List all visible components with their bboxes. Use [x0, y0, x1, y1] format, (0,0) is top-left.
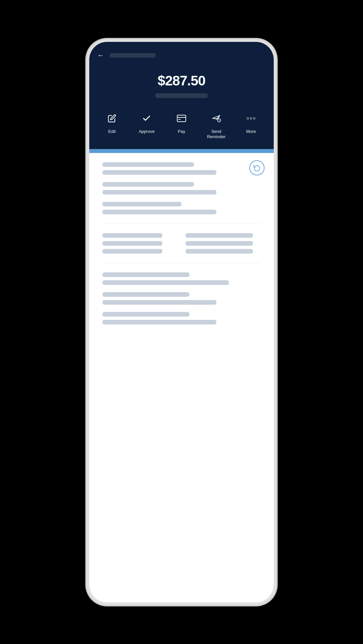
approve-action[interactable]: Approve [135, 111, 158, 140]
two-col-grid [102, 233, 261, 254]
send-reminder-label: Send Reminder [207, 129, 225, 140]
skeleton-line [102, 162, 194, 167]
pay-label: Pay [178, 129, 185, 135]
skeleton-line [102, 292, 189, 297]
amount-value: $287.50 [97, 73, 266, 89]
svg-rect-0 [177, 115, 186, 122]
pay-action[interactable]: Pay [170, 111, 193, 140]
section-3 [102, 263, 261, 324]
edit-action[interactable]: Edit [100, 111, 124, 140]
skeleton-line [102, 320, 216, 324]
skeleton-line [102, 280, 229, 285]
section-1 [102, 162, 261, 214]
skeleton-line [102, 249, 162, 254]
send-clock-icon [209, 111, 224, 126]
check-icon [139, 111, 154, 126]
skeleton-line [102, 272, 189, 277]
back-button[interactable]: ← [97, 51, 104, 60]
credit-card-icon [174, 111, 189, 126]
accent-bar [89, 149, 274, 153]
svg-point-4 [247, 117, 249, 119]
content-area [89, 153, 274, 347]
actions-bar: Edit Approve [89, 102, 274, 149]
header-title [110, 53, 156, 58]
amount-section: $287.50 [89, 65, 274, 102]
skeleton-line [102, 241, 162, 246]
skeleton-line [102, 312, 189, 317]
skeleton-line [102, 202, 182, 206]
svg-point-5 [250, 117, 252, 119]
edit-label: Edit [108, 129, 116, 135]
skeleton-line [185, 233, 253, 238]
header: ← $287.50 Edit [89, 42, 274, 149]
skeleton-line [102, 170, 216, 175]
skeleton-line [102, 210, 216, 214]
svg-point-6 [253, 117, 255, 119]
skeleton-line [102, 182, 194, 187]
pencil-icon [105, 111, 119, 126]
skeleton-line [102, 233, 162, 238]
history-button[interactable] [249, 160, 265, 175]
header-top: ← [89, 42, 274, 65]
skeleton-line [102, 190, 216, 195]
more-label: More [246, 129, 256, 135]
phone-frame: ← $287.50 Edit [89, 42, 274, 602]
send-reminder-action[interactable]: Send Reminder [205, 111, 228, 140]
amount-subtitle [155, 93, 208, 98]
approve-label: Approve [139, 129, 154, 135]
section-2 [102, 224, 261, 254]
skeleton-line [185, 249, 253, 254]
dots-icon [244, 111, 258, 126]
more-action[interactable]: More [239, 111, 263, 140]
skeleton-line [185, 241, 253, 246]
skeleton-line [102, 300, 216, 305]
